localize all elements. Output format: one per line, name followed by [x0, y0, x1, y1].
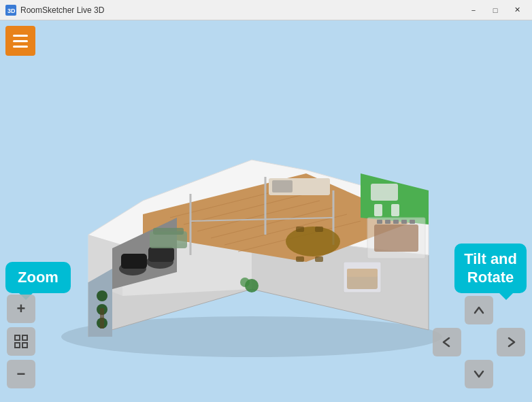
svg-rect-29 [315, 256, 323, 262]
chevron-down-icon [472, 367, 486, 381]
rotate-center-empty [465, 328, 493, 356]
svg-rect-55 [15, 343, 20, 348]
tilt-up-button[interactable] [465, 296, 493, 324]
zoom-tooltip-text: Zoom [18, 269, 59, 286]
svg-rect-16 [121, 254, 147, 269]
chevron-right-icon [504, 335, 518, 349]
chevron-left-icon [440, 335, 454, 349]
svg-rect-31 [153, 228, 184, 235]
app-icon: 3D [5, 5, 16, 16]
hamburger-line-3 [13, 46, 28, 48]
svg-point-51 [97, 290, 107, 301]
main-view: Zoom Tilt andRotate + − [0, 20, 532, 402]
zoom-out-button[interactable]: − [7, 360, 35, 388]
rotate-empty-2 [497, 296, 525, 324]
svg-rect-33 [371, 184, 398, 201]
title-bar-left: 3D RoomSketcher Live 3D [5, 5, 104, 16]
hamburger-line-2 [13, 40, 28, 42]
hamburger-line-1 [13, 35, 28, 37]
fit-view-button[interactable] [7, 327, 35, 356]
minimize-button[interactable]: − [464, 3, 483, 17]
zoom-in-button[interactable]: + [7, 295, 35, 323]
svg-rect-45 [347, 269, 378, 277]
rotate-empty-4 [497, 360, 525, 388]
zoom-controls: + − [7, 295, 35, 388]
svg-rect-26 [296, 227, 304, 232]
menu-button[interactable] [5, 26, 35, 56]
svg-rect-35 [391, 204, 399, 216]
window-controls: − □ ✕ [464, 3, 527, 17]
svg-rect-39 [385, 220, 390, 224]
svg-rect-53 [15, 335, 20, 340]
rotate-left-button[interactable] [433, 328, 461, 356]
close-button[interactable]: ✕ [508, 3, 527, 17]
svg-rect-24 [272, 180, 293, 192]
svg-rect-38 [377, 220, 382, 224]
zoom-tooltip: Zoom [5, 262, 71, 293]
svg-rect-37 [374, 224, 418, 252]
svg-rect-56 [22, 343, 27, 348]
tilt-down-button[interactable] [465, 360, 493, 388]
tilt-rotate-tooltip: Tilt andRotate [454, 244, 527, 293]
title-bar: 3D RoomSketcher Live 3D − □ ✕ [0, 0, 532, 20]
svg-point-25 [286, 227, 340, 256]
tilt-tooltip-text: Tilt andRotate [464, 250, 517, 285]
svg-rect-28 [296, 256, 304, 262]
floor-plan-view [34, 44, 469, 357]
fit-icon [14, 334, 29, 349]
svg-rect-34 [374, 204, 382, 216]
title-text: RoomSketcher Live 3D [20, 5, 104, 15]
svg-rect-27 [315, 227, 323, 232]
rotate-right-button[interactable] [497, 328, 525, 356]
chevron-up-icon [472, 303, 486, 317]
rotate-empty-3 [433, 360, 461, 388]
svg-text:3D: 3D [7, 7, 16, 14]
svg-point-47 [240, 278, 250, 287]
svg-rect-40 [393, 220, 399, 224]
svg-rect-52 [100, 308, 104, 329]
svg-rect-18 [148, 247, 174, 262]
svg-rect-41 [401, 220, 407, 224]
maximize-button[interactable]: □ [486, 3, 505, 17]
svg-rect-54 [22, 335, 27, 340]
rotate-empty-1 [433, 296, 461, 324]
rotate-controls [433, 296, 525, 388]
svg-rect-42 [410, 220, 415, 224]
